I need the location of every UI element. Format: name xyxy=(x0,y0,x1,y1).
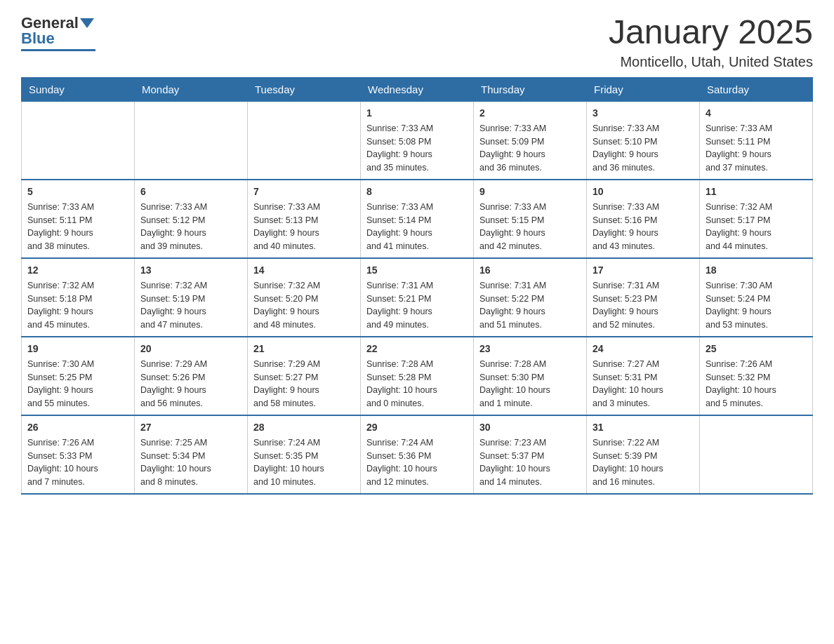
day-number: 10 xyxy=(593,185,694,199)
day-info: Sunrise: 7:32 AM Sunset: 5:19 PM Dayligh… xyxy=(140,279,241,332)
day-info: Sunrise: 7:31 AM Sunset: 5:23 PM Dayligh… xyxy=(593,279,694,332)
day-info: Sunrise: 7:28 AM Sunset: 5:30 PM Dayligh… xyxy=(479,358,581,410)
day-info: Sunrise: 7:32 AM Sunset: 5:17 PM Dayligh… xyxy=(706,201,807,253)
day-number: 14 xyxy=(253,263,355,278)
day-number: 19 xyxy=(27,342,128,356)
weekday-header: Monday xyxy=(135,77,248,101)
day-number: 8 xyxy=(366,185,468,199)
calendar-subtitle: Monticello, Utah, United States xyxy=(609,54,813,70)
day-number: 20 xyxy=(140,342,241,356)
calendar-cell: 8Sunrise: 7:33 AM Sunset: 5:14 PM Daylig… xyxy=(361,180,474,258)
weekday-header: Saturday xyxy=(700,77,813,101)
calendar-cell: 20Sunrise: 7:29 AM Sunset: 5:26 PM Dayli… xyxy=(135,337,248,415)
day-number: 29 xyxy=(366,420,468,435)
day-number: 1 xyxy=(366,106,468,121)
logo-triangle-icon xyxy=(80,18,94,28)
day-info: Sunrise: 7:24 AM Sunset: 5:35 PM Dayligh… xyxy=(253,436,355,489)
calendar-cell: 30Sunrise: 7:23 AM Sunset: 5:37 PM Dayli… xyxy=(474,415,587,494)
calendar-cell xyxy=(22,101,135,180)
calendar-cell: 11Sunrise: 7:32 AM Sunset: 5:17 PM Dayli… xyxy=(700,180,813,258)
calendar-cell: 26Sunrise: 7:26 AM Sunset: 5:33 PM Dayli… xyxy=(22,415,135,494)
calendar-cell: 5Sunrise: 7:33 AM Sunset: 5:11 PM Daylig… xyxy=(22,180,135,258)
day-info: Sunrise: 7:32 AM Sunset: 5:18 PM Dayligh… xyxy=(27,279,128,332)
weekday-header: Wednesday xyxy=(361,77,474,101)
day-info: Sunrise: 7:29 AM Sunset: 5:27 PM Dayligh… xyxy=(253,358,355,410)
day-info: Sunrise: 7:28 AM Sunset: 5:28 PM Dayligh… xyxy=(366,358,468,410)
day-number: 12 xyxy=(27,263,128,278)
day-info: Sunrise: 7:30 AM Sunset: 5:25 PM Dayligh… xyxy=(27,358,128,410)
day-info: Sunrise: 7:31 AM Sunset: 5:21 PM Dayligh… xyxy=(366,279,468,332)
day-number: 16 xyxy=(479,263,581,278)
day-info: Sunrise: 7:33 AM Sunset: 5:16 PM Dayligh… xyxy=(593,201,694,253)
day-info: Sunrise: 7:33 AM Sunset: 5:13 PM Dayligh… xyxy=(253,201,355,253)
weekday-header: Thursday xyxy=(474,77,587,101)
day-number: 7 xyxy=(253,185,355,199)
day-number: 17 xyxy=(593,263,694,278)
calendar-cell: 3Sunrise: 7:33 AM Sunset: 5:10 PM Daylig… xyxy=(587,101,700,180)
day-number: 3 xyxy=(593,106,694,121)
calendar-cell: 12Sunrise: 7:32 AM Sunset: 5:18 PM Dayli… xyxy=(22,258,135,337)
calendar-cell: 4Sunrise: 7:33 AM Sunset: 5:11 PM Daylig… xyxy=(700,101,813,180)
day-info: Sunrise: 7:33 AM Sunset: 5:08 PM Dayligh… xyxy=(366,122,468,175)
calendar-week-row: 19Sunrise: 7:30 AM Sunset: 5:25 PM Dayli… xyxy=(22,337,813,415)
calendar-cell: 28Sunrise: 7:24 AM Sunset: 5:35 PM Dayli… xyxy=(248,415,361,494)
day-number: 9 xyxy=(479,185,581,199)
calendar-cell: 24Sunrise: 7:27 AM Sunset: 5:31 PM Dayli… xyxy=(587,337,700,415)
calendar-cell: 1Sunrise: 7:33 AM Sunset: 5:08 PM Daylig… xyxy=(361,101,474,180)
day-number: 4 xyxy=(706,106,807,121)
page-header: General Blue January 2025 Monticello, Ut… xyxy=(21,14,813,70)
day-info: Sunrise: 7:29 AM Sunset: 5:26 PM Dayligh… xyxy=(140,358,241,410)
day-info: Sunrise: 7:26 AM Sunset: 5:32 PM Dayligh… xyxy=(706,358,807,410)
logo-blue-text: Blue xyxy=(21,29,55,48)
day-number: 23 xyxy=(479,342,581,356)
day-number: 5 xyxy=(27,185,128,199)
day-info: Sunrise: 7:32 AM Sunset: 5:20 PM Dayligh… xyxy=(253,279,355,332)
day-info: Sunrise: 7:33 AM Sunset: 5:10 PM Dayligh… xyxy=(593,122,694,175)
day-number: 28 xyxy=(253,420,355,435)
day-number: 2 xyxy=(479,106,581,121)
calendar-cell: 7Sunrise: 7:33 AM Sunset: 5:13 PM Daylig… xyxy=(248,180,361,258)
calendar-cell xyxy=(700,415,813,494)
day-number: 24 xyxy=(593,342,694,356)
calendar-cell xyxy=(248,101,361,180)
day-info: Sunrise: 7:33 AM Sunset: 5:11 PM Dayligh… xyxy=(706,122,807,175)
day-info: Sunrise: 7:33 AM Sunset: 5:12 PM Dayligh… xyxy=(140,201,241,253)
calendar-week-row: 5Sunrise: 7:33 AM Sunset: 5:11 PM Daylig… xyxy=(22,180,813,258)
calendar-table: SundayMondayTuesdayWednesdayThursdayFrid… xyxy=(21,77,813,495)
day-number: 13 xyxy=(140,263,241,278)
calendar-week-row: 12Sunrise: 7:32 AM Sunset: 5:18 PM Dayli… xyxy=(22,258,813,337)
calendar-week-row: 26Sunrise: 7:26 AM Sunset: 5:33 PM Dayli… xyxy=(22,415,813,494)
day-info: Sunrise: 7:33 AM Sunset: 5:15 PM Dayligh… xyxy=(479,201,581,253)
day-number: 6 xyxy=(140,185,241,199)
calendar-cell: 2Sunrise: 7:33 AM Sunset: 5:09 PM Daylig… xyxy=(474,101,587,180)
calendar-cell xyxy=(135,101,248,180)
logo: General Blue xyxy=(21,14,95,51)
calendar-cell: 27Sunrise: 7:25 AM Sunset: 5:34 PM Dayli… xyxy=(135,415,248,494)
calendar-cell: 31Sunrise: 7:22 AM Sunset: 5:39 PM Dayli… xyxy=(587,415,700,494)
calendar-cell: 25Sunrise: 7:26 AM Sunset: 5:32 PM Dayli… xyxy=(700,337,813,415)
day-number: 15 xyxy=(366,263,468,278)
day-number: 27 xyxy=(140,420,241,435)
day-number: 30 xyxy=(479,420,581,435)
calendar-cell: 15Sunrise: 7:31 AM Sunset: 5:21 PM Dayli… xyxy=(361,258,474,337)
calendar-cell: 21Sunrise: 7:29 AM Sunset: 5:27 PM Dayli… xyxy=(248,337,361,415)
calendar-cell: 6Sunrise: 7:33 AM Sunset: 5:12 PM Daylig… xyxy=(135,180,248,258)
calendar-cell: 23Sunrise: 7:28 AM Sunset: 5:30 PM Dayli… xyxy=(474,337,587,415)
day-info: Sunrise: 7:26 AM Sunset: 5:33 PM Dayligh… xyxy=(27,436,128,489)
day-number: 25 xyxy=(706,342,807,356)
calendar-cell: 29Sunrise: 7:24 AM Sunset: 5:36 PM Dayli… xyxy=(361,415,474,494)
calendar-cell: 9Sunrise: 7:33 AM Sunset: 5:15 PM Daylig… xyxy=(474,180,587,258)
calendar-cell: 10Sunrise: 7:33 AM Sunset: 5:16 PM Dayli… xyxy=(587,180,700,258)
calendar-cell: 13Sunrise: 7:32 AM Sunset: 5:19 PM Dayli… xyxy=(135,258,248,337)
day-info: Sunrise: 7:24 AM Sunset: 5:36 PM Dayligh… xyxy=(366,436,468,489)
day-info: Sunrise: 7:30 AM Sunset: 5:24 PM Dayligh… xyxy=(706,279,807,332)
day-info: Sunrise: 7:22 AM Sunset: 5:39 PM Dayligh… xyxy=(593,436,694,489)
day-number: 21 xyxy=(253,342,355,356)
calendar-cell: 19Sunrise: 7:30 AM Sunset: 5:25 PM Dayli… xyxy=(22,337,135,415)
day-info: Sunrise: 7:31 AM Sunset: 5:22 PM Dayligh… xyxy=(479,279,581,332)
calendar-cell: 18Sunrise: 7:30 AM Sunset: 5:24 PM Dayli… xyxy=(700,258,813,337)
logo-underline xyxy=(21,49,95,51)
calendar-header-row: SundayMondayTuesdayWednesdayThursdayFrid… xyxy=(22,77,813,101)
calendar-cell: 16Sunrise: 7:31 AM Sunset: 5:22 PM Dayli… xyxy=(474,258,587,337)
day-number: 22 xyxy=(366,342,468,356)
